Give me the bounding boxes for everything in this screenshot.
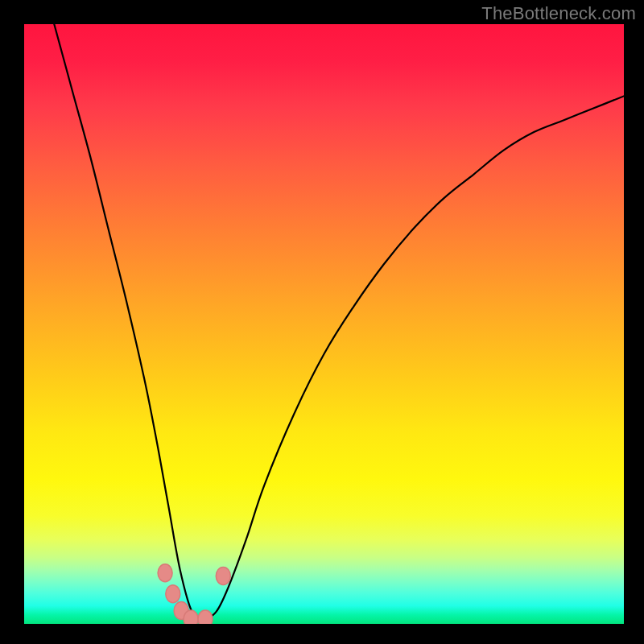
watermark-text: TheBottleneck.com	[481, 3, 636, 24]
chart-frame: TheBottleneck.com	[0, 0, 644, 644]
bottleneck-curve	[54, 24, 624, 618]
dot-left-mid	[166, 585, 180, 603]
dot-left-upper	[158, 564, 172, 582]
bottleneck-curve-svg	[24, 24, 624, 624]
dot-right-upper	[216, 567, 230, 584]
dot-valley-right	[198, 610, 213, 624]
plot-area	[24, 24, 624, 624]
dot-valley-left	[184, 610, 198, 624]
curve-markers	[158, 564, 230, 624]
